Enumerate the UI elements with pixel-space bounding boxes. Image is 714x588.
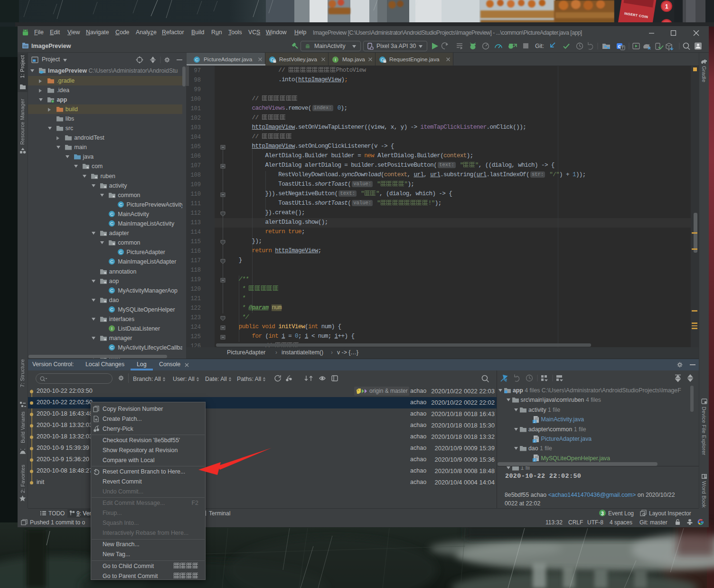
svg-text:I: I [335, 57, 336, 62]
svg-text:C: C [110, 288, 113, 293]
svg-text:I: I [111, 326, 113, 331]
svg-text:J: J [534, 439, 536, 443]
svg-text:J: J [534, 458, 536, 462]
svg-text:1: 1 [665, 3, 668, 10]
svg-text:C: C [110, 259, 113, 264]
svg-text:C: C [119, 249, 122, 255]
svg-text:C: C [110, 211, 113, 217]
svg-text:C: C [119, 202, 122, 207]
svg-text:C: C [195, 57, 198, 62]
svg-text:C: C [110, 307, 113, 312]
svg-text:C: C [110, 345, 113, 350]
svg-text:J: J [534, 420, 536, 423]
svg-text:C: C [110, 221, 113, 226]
